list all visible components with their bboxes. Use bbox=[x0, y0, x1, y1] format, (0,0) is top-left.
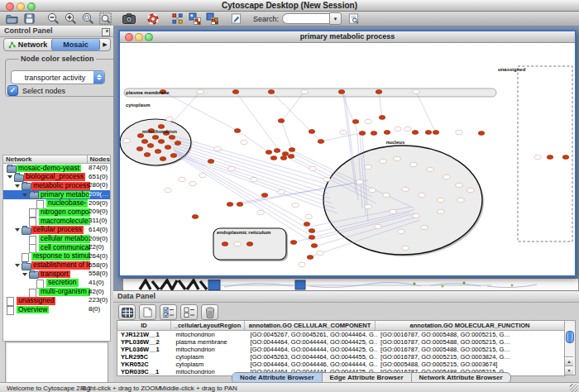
tree-row[interactable]: metabolic process280(0) bbox=[3, 181, 110, 190]
table-row[interactable]: YJR121W__1mitochondrion[GO:0045267, GO:0… bbox=[117, 331, 565, 338]
graph-node-unselected[interactable] bbox=[404, 127, 411, 131]
tree-row[interactable]: cell communicat22(0) bbox=[3, 243, 110, 252]
graph-node-unselected[interactable] bbox=[251, 177, 257, 181]
graph-node-unselected[interactable] bbox=[413, 89, 419, 93]
disclosure-triangle-icon[interactable] bbox=[15, 264, 20, 267]
col-id[interactable]: ID bbox=[117, 321, 171, 330]
scroll-up-button[interactable]: ▲ bbox=[565, 356, 573, 366]
graph-node-selected[interactable] bbox=[175, 141, 181, 146]
graph-node-selected[interactable] bbox=[309, 130, 315, 134]
graph-node-selected[interactable] bbox=[290, 241, 297, 245]
snapshot-icon[interactable] bbox=[122, 12, 136, 25]
graph-node-selected[interactable] bbox=[136, 147, 143, 151]
graph-node-unselected[interactable] bbox=[189, 181, 196, 185]
graph-node-unselected[interactable] bbox=[165, 188, 171, 192]
graph-edge[interactable] bbox=[171, 144, 328, 194]
graph-node-selected[interactable] bbox=[425, 131, 432, 135]
graph-node-selected[interactable] bbox=[547, 155, 553, 160]
graph-node-unselected[interactable] bbox=[394, 156, 400, 160]
disclosure-triangle-icon[interactable] bbox=[7, 175, 12, 179]
graph-node-unselected[interactable] bbox=[356, 179, 363, 184]
graph-node-unselected[interactable] bbox=[166, 117, 173, 121]
graph-node-unselected[interactable] bbox=[309, 166, 316, 170]
network-small-icon[interactable] bbox=[170, 12, 184, 25]
graph-node-unselected[interactable] bbox=[421, 225, 428, 229]
graph-node-unselected[interactable] bbox=[395, 127, 401, 131]
table-row[interactable]: YPL036W__1mitochondrion[GO:0044464, GO:0… bbox=[117, 346, 565, 353]
graph-node-selected[interactable] bbox=[160, 157, 166, 161]
graph-node-selected[interactable] bbox=[412, 131, 419, 135]
tree-row[interactable]: transport558(0) bbox=[3, 270, 110, 279]
tree-row[interactable]: Overview8(0) bbox=[3, 305, 110, 314]
graph-node-unselected[interactable] bbox=[534, 155, 541, 159]
graph-node-selected[interactable] bbox=[282, 152, 289, 156]
graph-node-selected[interactable] bbox=[376, 90, 382, 94]
graph-node-unselected[interactable] bbox=[197, 89, 203, 93]
tree-row[interactable]: establishment of lo558(0) bbox=[3, 261, 110, 270]
graph-node-selected[interactable] bbox=[261, 194, 268, 198]
tree-row[interactable]: nucleobase-209(0) bbox=[3, 199, 110, 208]
zoom-in-icon[interactable] bbox=[64, 12, 77, 25]
graph-node-selected[interactable] bbox=[237, 203, 243, 207]
zoom-selected-icon[interactable] bbox=[81, 12, 94, 25]
graph-node-selected[interactable] bbox=[379, 116, 385, 120]
minimize-view-button[interactable] bbox=[135, 33, 143, 41]
select-all-attributes-icon[interactable] bbox=[160, 304, 177, 320]
tree-row[interactable]: mosaic-demo-yeast874(0) bbox=[3, 164, 110, 173]
network-window-titlebar[interactable]: primary metabolic process bbox=[120, 31, 575, 43]
graph-node-selected[interactable] bbox=[169, 136, 175, 140]
save-session-icon[interactable] bbox=[22, 12, 36, 25]
tree-row[interactable]: primary metabo209(… bbox=[3, 190, 110, 199]
background-window-strip[interactable] bbox=[122, 278, 579, 290]
graph-node-unselected[interactable] bbox=[214, 146, 221, 151]
graph-node-selected[interactable] bbox=[141, 140, 148, 144]
graph-node-unselected[interactable] bbox=[199, 173, 206, 177]
annotation-icon[interactable] bbox=[229, 12, 242, 25]
graph-node-selected[interactable] bbox=[158, 125, 165, 129]
tab-network[interactable]: Network bbox=[4, 39, 51, 50]
graph-node-selected[interactable] bbox=[289, 148, 295, 152]
graph-node-unselected[interactable] bbox=[340, 130, 347, 134]
graph-node-selected[interactable] bbox=[280, 156, 287, 160]
graph-node-unselected[interactable] bbox=[380, 159, 386, 163]
tree-col-network[interactable]: Network bbox=[3, 155, 88, 163]
graph-node-unselected[interactable] bbox=[419, 193, 425, 197]
graph-node-selected[interactable] bbox=[478, 131, 485, 136]
graph-node-selected[interactable] bbox=[274, 149, 280, 153]
search-config-icon[interactable] bbox=[347, 12, 360, 25]
zoom-out-icon[interactable] bbox=[46, 12, 60, 25]
table-row[interactable]: YPL036W__2plasma membrane[GO:0044464, GO… bbox=[117, 338, 565, 346]
graph-node-unselected[interactable] bbox=[467, 188, 474, 192]
graph-node-unselected[interactable] bbox=[457, 198, 464, 202]
close-view-button[interactable] bbox=[125, 33, 133, 41]
tab-mosaic[interactable]: Mosaic bbox=[51, 39, 100, 50]
graph-node-selected[interactable] bbox=[158, 140, 165, 144]
disclosure-triangle-icon[interactable] bbox=[15, 184, 20, 188]
graph-node-selected[interactable] bbox=[137, 134, 144, 138]
graph-node-selected[interactable] bbox=[304, 222, 310, 227]
search-dropdown-button[interactable]: ▼ bbox=[329, 12, 342, 25]
resize-grip[interactable] bbox=[570, 384, 578, 392]
graph-node-selected[interactable] bbox=[144, 153, 151, 157]
graph-edge[interactable] bbox=[173, 147, 330, 198]
graph-node-selected[interactable] bbox=[165, 146, 171, 150]
graph-node-selected[interactable] bbox=[433, 131, 439, 135]
graph-node-selected[interactable] bbox=[278, 119, 285, 123]
minimize-window-button[interactable] bbox=[17, 2, 25, 11]
graph-edge[interactable] bbox=[281, 121, 292, 150]
delete-attribute-icon[interactable] bbox=[201, 304, 218, 320]
graph-node-unselected[interactable] bbox=[456, 130, 462, 134]
graph-node-unselected[interactable] bbox=[456, 183, 462, 187]
tree-row[interactable]: multi-organism pro42(0) bbox=[3, 288, 110, 297]
search-input[interactable] bbox=[282, 13, 329, 24]
table-row[interactable]: YLR295Ccytoplasm[GO:0045263, GO:0044464,… bbox=[117, 353, 565, 361]
graph-node-unselected[interactable] bbox=[234, 241, 241, 246]
graph-node-unselected[interactable] bbox=[383, 193, 390, 197]
graph-node-unselected[interactable] bbox=[179, 177, 185, 181]
open-file-icon[interactable] bbox=[5, 12, 18, 25]
graph-node-selected[interactable] bbox=[318, 140, 324, 144]
graph-node-unselected[interactable] bbox=[438, 209, 444, 213]
graph-node-selected[interactable] bbox=[338, 90, 345, 94]
graph-edge[interactable] bbox=[271, 92, 321, 141]
tree-row[interactable]: cellular process614(0) bbox=[3, 226, 110, 235]
